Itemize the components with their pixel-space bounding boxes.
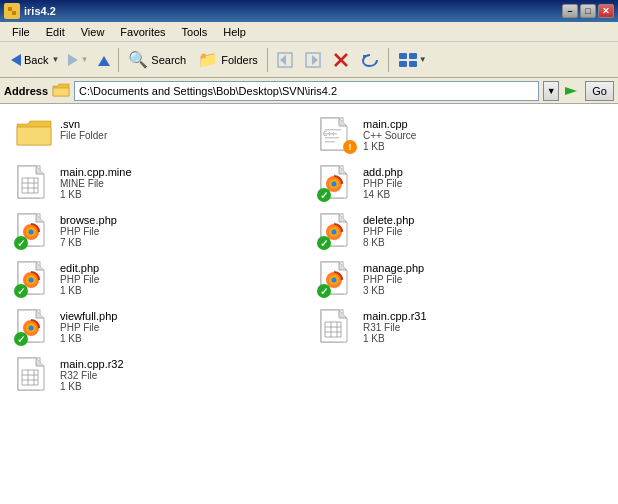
- file-icon: [16, 116, 52, 152]
- prev-page-button[interactable]: [272, 46, 298, 74]
- window-title: iris4.2: [24, 5, 562, 17]
- toolbar-separator-1: [118, 48, 119, 72]
- address-label: Address: [4, 85, 48, 97]
- menu-view[interactable]: View: [73, 24, 113, 40]
- svg-point-53: [29, 326, 34, 331]
- back-dropdown-icon: ▼: [51, 55, 59, 64]
- file-size: 1 KB: [60, 285, 99, 296]
- file-item[interactable]: main.cpp.r32 R32 File 1 KB: [8, 352, 307, 396]
- file-size: 14 KB: [363, 189, 403, 200]
- file-name: add.php: [363, 166, 403, 178]
- go-button[interactable]: Go: [585, 81, 614, 101]
- file-item[interactable]: C++ ! main.cpp C++ Source 1 KB: [311, 112, 610, 156]
- back-button[interactable]: Back ▼: [4, 46, 62, 74]
- svg-rect-17: [325, 129, 341, 131]
- file-name: main.cpp: [363, 118, 416, 130]
- file-size: 1 KB: [60, 381, 124, 392]
- menu-edit[interactable]: Edit: [38, 24, 73, 40]
- file-name: edit.php: [60, 262, 99, 274]
- file-info: main.cpp C++ Source 1 KB: [363, 116, 416, 152]
- file-info: .svn File Folder: [60, 116, 107, 141]
- file-type: PHP File: [60, 322, 117, 333]
- file-item[interactable]: main.cpp.mine MINE File 1 KB: [8, 160, 307, 204]
- file-info: edit.php PHP File 1 KB: [60, 260, 99, 296]
- view-dropdown-icon: ▼: [419, 55, 427, 64]
- file-info: delete.php PHP File 8 KB: [363, 212, 414, 248]
- menu-tools[interactable]: Tools: [174, 24, 216, 40]
- close-button[interactable]: ✕: [598, 4, 614, 18]
- svg-marker-4: [280, 55, 286, 65]
- file-name: main.cpp.r31: [363, 310, 427, 322]
- toolbar: Back ▼ ▼ 🔍 Search 📁 Folders: [0, 42, 618, 78]
- svg-rect-10: [399, 53, 407, 59]
- file-size: 1 KB: [363, 333, 427, 344]
- svg-rect-11: [409, 53, 417, 59]
- main-content: .svn File Folder C++ ! main.cpp C++ Sour…: [0, 104, 618, 504]
- delete-button[interactable]: [328, 46, 354, 74]
- svg-point-45: [29, 278, 34, 283]
- up-button[interactable]: [94, 46, 114, 74]
- undo-button[interactable]: [356, 46, 384, 74]
- file-icon: ✓: [319, 260, 355, 296]
- file-type: PHP File: [60, 226, 117, 237]
- file-icon: ✓: [16, 308, 52, 344]
- file-name: manage.php: [363, 262, 424, 274]
- folders-label: Folders: [221, 54, 258, 66]
- delete-icon: [332, 51, 350, 69]
- maximize-button[interactable]: □: [580, 4, 596, 18]
- menu-file[interactable]: File: [4, 24, 38, 40]
- file-item[interactable]: main.cpp.r31 R31 File 1 KB: [311, 304, 610, 348]
- next-page-button[interactable]: [300, 46, 326, 74]
- view-button[interactable]: ▼: [393, 46, 431, 74]
- file-item[interactable]: ✓ edit.php PHP File 1 KB: [8, 256, 307, 300]
- next-page-icon: [304, 51, 322, 69]
- file-name: main.cpp.r32: [60, 358, 124, 370]
- toolbar-separator-3: [388, 48, 389, 72]
- file-item[interactable]: ✓ manage.php PHP File 3 KB: [311, 256, 610, 300]
- file-item[interactable]: ✓ add.php PHP File 14 KB: [311, 160, 610, 204]
- search-label: Search: [151, 54, 186, 66]
- search-button[interactable]: 🔍 Search: [123, 46, 191, 74]
- file-size: 1 KB: [60, 189, 132, 200]
- file-size: 3 KB: [363, 285, 424, 296]
- svg-rect-2: [12, 11, 16, 15]
- file-size: 7 KB: [60, 237, 117, 248]
- file-name: .svn: [60, 118, 107, 130]
- file-info: browse.php PHP File 7 KB: [60, 212, 117, 248]
- svg-rect-18: [325, 133, 337, 135]
- file-type: PHP File: [363, 274, 424, 285]
- file-item[interactable]: ✓ delete.php PHP File 8 KB: [311, 208, 610, 252]
- file-icon: C++ !: [319, 116, 355, 152]
- file-info: add.php PHP File 14 KB: [363, 164, 403, 200]
- address-input[interactable]: [74, 81, 539, 101]
- svg-rect-20: [325, 141, 335, 143]
- menu-help[interactable]: Help: [215, 24, 254, 40]
- file-area: .svn File Folder C++ ! main.cpp C++ Sour…: [0, 104, 618, 504]
- file-info: manage.php PHP File 3 KB: [363, 260, 424, 296]
- file-item[interactable]: ✓ browse.php PHP File 7 KB: [8, 208, 307, 252]
- search-icon: 🔍: [128, 50, 148, 69]
- file-icon: ✓: [16, 260, 52, 296]
- svg-marker-6: [312, 55, 318, 65]
- forward-button[interactable]: ▼: [64, 46, 92, 74]
- forward-arrow-icon: [68, 54, 80, 66]
- file-type: C++ Source: [363, 130, 416, 141]
- menu-favorites[interactable]: Favorites: [112, 24, 173, 40]
- svg-marker-14: [565, 87, 577, 95]
- address-dropdown-button[interactable]: ▼: [543, 81, 559, 101]
- file-info: main.cpp.r31 R31 File 1 KB: [363, 308, 427, 344]
- svg-rect-13: [409, 61, 417, 67]
- file-size: 8 KB: [363, 237, 414, 248]
- folders-button[interactable]: 📁 Folders: [193, 46, 263, 74]
- svg-marker-9: [363, 55, 368, 60]
- up-arrow-icon: [98, 54, 110, 66]
- forward-dropdown-icon: ▼: [80, 55, 88, 64]
- file-item[interactable]: .svn File Folder: [8, 112, 307, 156]
- file-name: viewfull.php: [60, 310, 117, 322]
- svg-rect-19: [325, 137, 339, 139]
- back-label: Back: [24, 54, 48, 66]
- file-item[interactable]: ✓ viewfull.php PHP File 1 KB: [8, 304, 307, 348]
- toolbar-separator-2: [267, 48, 268, 72]
- minimize-button[interactable]: –: [562, 4, 578, 18]
- svg-rect-12: [399, 61, 407, 67]
